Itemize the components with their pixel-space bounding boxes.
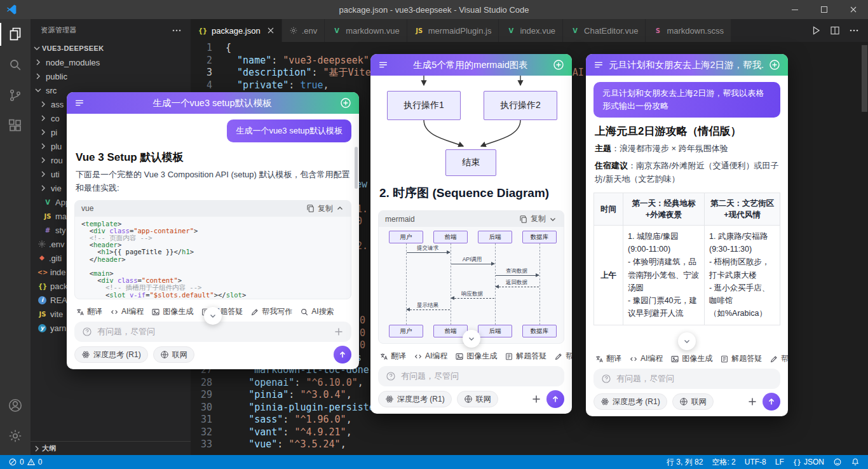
chat-footer: 翻译AI编程图像生成解题答疑帮我写作 有问题，尽管问 深度思考 (R1) 联网 [370, 348, 572, 414]
attach-plus-icon[interactable] [747, 397, 757, 407]
chip-AI编程[interactable]: AI编程 [414, 351, 447, 362]
codechip-icon [110, 308, 119, 316]
chip-图像生成[interactable]: 图像生成 [455, 351, 497, 362]
activity-search[interactable] [0, 50, 31, 80]
new-chat-icon[interactable] [769, 59, 780, 71]
new-chat-icon[interactable] [340, 97, 351, 109]
window-controls [780, 0, 868, 19]
copy-button[interactable]: 复制 [318, 203, 333, 214]
panel-scrollbar[interactable] [355, 147, 358, 189]
chip-解题答疑[interactable]: 解题答疑 [505, 351, 546, 362]
tab-mermaidPlugin.js[interactable]: JSmermaidPlugin.js [407, 19, 499, 42]
minimize-button[interactable] [780, 0, 810, 19]
scroll-down-button[interactable] [678, 332, 696, 350]
chip-翻译[interactable]: 翻译 [76, 306, 102, 317]
attach-plus-icon[interactable] [334, 327, 344, 337]
editor-more-button[interactable] [849, 25, 859, 36]
chip-图像生成[interactable]: 图像生成 [670, 353, 712, 364]
editor-scrollbar[interactable] [862, 45, 867, 112]
chip-AI编程[interactable]: AI编程 [110, 306, 144, 317]
split-editor-button[interactable] [830, 25, 840, 36]
project-root-item[interactable]: VUE3-DEEPSEEK [31, 41, 191, 55]
send-arrow-icon [767, 397, 776, 406]
send-button[interactable] [546, 390, 564, 408]
menu-icon[interactable] [74, 98, 85, 108]
deep-think-button[interactable]: 深度思考 (R1) [593, 393, 667, 410]
status-LF[interactable]: LF [771, 455, 789, 469]
tree-item-node_modules[interactable]: node_modules [31, 55, 191, 69]
chip-翻译[interactable]: 翻译 [379, 351, 406, 362]
sidebar-more-icon[interactable] [172, 25, 182, 36]
send-button[interactable] [763, 393, 780, 411]
expand-icon[interactable] [548, 215, 557, 224]
scroll-down-button[interactable] [204, 307, 222, 325]
seq-message-label: 返回数据 [506, 279, 527, 286]
chip-AI搜索[interactable]: AI搜索 [300, 306, 334, 317]
maximize-button[interactable] [810, 0, 839, 19]
attach-plus-icon[interactable] [531, 394, 541, 404]
globe-icon [160, 350, 169, 359]
status-JSON[interactable]: {}JSON [789, 455, 829, 469]
close-button[interactable] [839, 0, 868, 19]
web-search-button[interactable]: 联网 [457, 391, 498, 407]
tab-markdown.vue[interactable]: Vmarkdown.vue [325, 19, 407, 42]
chip-帮我写作[interactable]: 帮我写作 [250, 306, 292, 317]
activity-explorer[interactable] [0, 19, 31, 50]
tab-index.vue[interactable]: Vindex.vue [499, 19, 563, 42]
chat-input[interactable]: 有问题，尽管问 [593, 369, 780, 389]
imagechip-icon [455, 352, 464, 361]
ask-icon [82, 327, 92, 337]
table-header: 时间 [594, 193, 623, 225]
chevron-right-icon [38, 141, 48, 151]
deep-think-button[interactable]: 深度思考 (R1) [378, 391, 452, 407]
table-row: 上午1. 城隍庙/豫园 (9:00-11:00) - 体验明清建筑，品尝南翔小笼… [594, 225, 780, 325]
send-button[interactable] [334, 346, 351, 364]
outline-section[interactable]: 大纲 [31, 441, 191, 455]
menu-icon[interactable] [593, 60, 604, 70]
new-chat-icon[interactable] [553, 59, 564, 71]
chip-图像生成[interactable]: 图像生成 [151, 306, 193, 317]
sass-file-icon: S [653, 27, 663, 34]
menu-icon[interactable] [378, 60, 388, 70]
deep-think-button[interactable]: 深度思考 (R1) [74, 346, 148, 363]
chat-input[interactable]: 有问题，尽管问 [378, 366, 564, 386]
status-bell[interactable] [846, 455, 864, 469]
copy-button[interactable]: 复制 [531, 214, 546, 224]
status-UTF-8[interactable]: UTF-8 [740, 455, 771, 469]
status-problems[interactable]: 0 0 [4, 455, 46, 469]
chip-翻译[interactable]: 翻译 [595, 353, 621, 364]
table-cell: 上午 [594, 225, 623, 325]
web-search-button[interactable]: 联网 [153, 346, 194, 363]
chip-帮我写作[interactable]: 帮我写作 [770, 353, 788, 364]
status-空格: 2[interactable]: 空格: 2 [707, 455, 740, 469]
tab-.env[interactable]: .env [282, 19, 325, 42]
activity-extensions[interactable] [0, 111, 31, 141]
vue-code: <template> <div class="app-container"> <… [75, 217, 351, 299]
tab-close-icon[interactable] [267, 27, 275, 34]
tab-ChatEditor.vue[interactable]: VChatEditor.vue [563, 19, 646, 42]
chip-解题答疑[interactable]: 解题答疑 [720, 353, 762, 364]
chip-AI编程[interactable]: AI编程 [629, 353, 663, 364]
activity-settings[interactable] [0, 421, 31, 451]
status-smiley[interactable] [829, 455, 846, 469]
chevron-right-icon [38, 169, 48, 179]
seq-lifeline [406, 243, 407, 325]
tab-markdown.scss[interactable]: Smarkdown.scss [646, 19, 731, 42]
tree-item-public[interactable]: public [31, 69, 191, 83]
activity-account[interactable] [0, 390, 31, 421]
user-message-bubble: 生成一个vue3 setup默认模板 [227, 119, 351, 142]
tab-package.json[interactable]: {}package.json [191, 19, 282, 42]
run-button[interactable] [811, 25, 821, 36]
search-icon [8, 57, 23, 72]
code-lang-label: mermaid [385, 215, 415, 224]
activity-source-control[interactable] [0, 80, 31, 111]
json-file-icon: {} [37, 283, 48, 290]
collapse-icon[interactable] [336, 204, 344, 213]
scroll-down-button[interactable] [463, 330, 480, 348]
chip-帮我写作[interactable]: 帮我写作 [554, 351, 572, 362]
web-search-button[interactable]: 联网 [672, 393, 714, 410]
user-message-bubble: 元旦计划和女朋友去上海2日游，帮我以表格形式输出一份攻略 [593, 82, 780, 118]
chevron-right-icon [32, 444, 42, 454]
status-left: 0 0 [4, 455, 46, 469]
status-行 3, 列 82[interactable]: 行 3, 列 82 [662, 455, 707, 469]
